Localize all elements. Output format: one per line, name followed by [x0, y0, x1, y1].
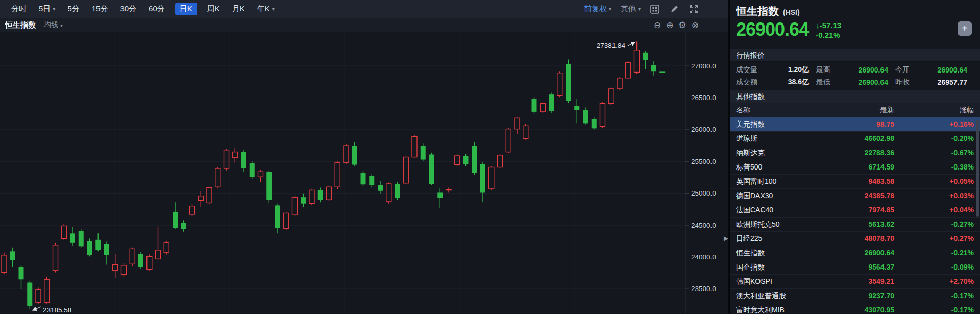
quote-value: 26900.64: [938, 66, 967, 74]
index-row-国企指数[interactable]: 国企指数9564.37-0.09%: [730, 260, 980, 275]
more-label: 其他: [621, 4, 636, 14]
fullscreen-icon[interactable]: [689, 4, 699, 14]
zoom-in-icon[interactable]: ⊕: [666, 21, 673, 30]
quote-cell: 成交额38.6亿: [730, 78, 809, 87]
index-name: 富时意大利MIB: [730, 303, 826, 314]
index-last: 9483.58: [826, 175, 902, 188]
index-row-法国CAC40[interactable]: 法国CAC407974.85+0.04%: [730, 203, 980, 218]
change-percent: -0.21%: [816, 30, 841, 40]
index-name: 美元指数: [730, 117, 826, 131]
index-row-美元指数[interactable]: 美元指数98.75+0.16%: [730, 117, 980, 132]
quote-label: 今开: [895, 65, 910, 75]
index-change: -0.20%: [902, 132, 980, 146]
quote-label: 最低: [816, 78, 830, 87]
quote-cell: 最低26900.64: [809, 78, 888, 87]
period-tab-年K[interactable]: 年K▾: [257, 4, 275, 14]
scrollbar-thumb[interactable]: [976, 120, 979, 217]
index-row-富时意大利MIB[interactable]: 富时意大利MIB43070.95-0.17%: [730, 303, 980, 314]
index-last: 26900.64: [826, 246, 902, 260]
period-tabs: 分时5日▾5分15分30分60分日K周K月K年K▾: [5, 3, 281, 15]
col-last: 最新: [826, 103, 902, 117]
quote-value: 26900.64: [859, 66, 888, 74]
index-row-韩国KOSPI[interactable]: 韩国KOSPI3549.21+2.70%: [730, 275, 980, 289]
index-name: 韩国KOSPI: [730, 275, 826, 288]
period-tab-60分[interactable]: 60分: [149, 4, 165, 14]
quote-value: 38.6亿: [788, 78, 809, 87]
index-name: 道琼斯: [730, 132, 826, 146]
ma-dropdown[interactable]: 均线▾: [44, 20, 63, 30]
quote-cell: 成交量1.20亿: [730, 65, 809, 75]
index-last: 98.75: [826, 117, 902, 131]
y-axis-label: 25500.0: [691, 158, 716, 165]
quote-row: 成交额38.6亿最低26900.64昨收26957.77: [730, 76, 980, 88]
index-name: 英国富时100: [730, 175, 826, 188]
quote-cell: 最高26900.64: [809, 65, 888, 75]
low-annotation: 23185.58: [43, 306, 71, 314]
index-name: 标普500: [730, 160, 826, 174]
add-watchlist-button[interactable]: +: [958, 21, 972, 36]
period-tab-日K[interactable]: 日K: [175, 3, 197, 15]
quote-row: 成交量1.20亿最高26900.64今开26900.64: [730, 64, 980, 76]
period-tab-5分[interactable]: 5分: [67, 4, 79, 14]
index-name: 恒生指数: [730, 246, 826, 260]
chart-subheader: 恒生指数 均线▾ ⊖ ⊕ ⚙ ⊗: [0, 18, 728, 32]
index-change: -0.17%: [902, 303, 980, 314]
index-row-澳大利亚普通股[interactable]: 澳大利亚普通股9237.70-0.17%: [730, 289, 980, 303]
period-tab-分时[interactable]: 分时: [11, 4, 27, 14]
period-tab-30分[interactable]: 30分: [120, 4, 136, 14]
change-block: ↓-57.13 -0.21%: [816, 20, 841, 40]
index-last: 6714.59: [826, 160, 902, 174]
index-last: 43070.95: [826, 303, 902, 314]
zoom-out-icon[interactable]: ⊖: [654, 21, 661, 30]
down-arrow-icon: ↓: [816, 21, 820, 30]
quote-cell: 今开26900.64: [888, 65, 975, 75]
trading-app: 分时5日▾5分15分30分60分日K周K月K年K▾ 前复权▾ 其他▾ 恒生指数 …: [0, 0, 980, 314]
chart-controls: ⊖ ⊕ ⚙ ⊗: [654, 21, 699, 30]
chevron-down-icon: ▾: [272, 6, 275, 12]
index-last: 5613.62: [826, 218, 902, 231]
index-code: (HSI): [783, 8, 800, 16]
index-row-纳斯达克[interactable]: 纳斯达克22788.36-0.67%: [730, 146, 980, 160]
quote-label: 最高: [816, 65, 830, 75]
index-name: 国企指数: [730, 260, 826, 274]
index-row-欧洲斯托克50[interactable]: 欧洲斯托克505613.62-0.27%: [730, 218, 980, 232]
period-toolbar: 分时5日▾5分15分30分60分日K周K月K年K▾ 前复权▾ 其他▾: [0, 0, 728, 18]
col-change: 涨幅: [902, 103, 980, 117]
index-last: 46602.98: [826, 132, 902, 146]
index-name: 德国DAX30: [730, 189, 826, 203]
section-indices-title: 其他指数: [730, 90, 980, 103]
y-axis-label: 24500.0: [691, 222, 716, 229]
index-change: -0.21%: [902, 246, 980, 260]
index-row-英国富时100[interactable]: 英国富时1009483.58+0.05%: [730, 175, 980, 189]
y-axis-label: 26500.0: [691, 94, 716, 102]
index-row-恒生指数[interactable]: 恒生指数26900.64-0.21%: [730, 246, 980, 260]
index-name: 纳斯达克: [730, 146, 826, 160]
more-dropdown[interactable]: 其他▾: [621, 4, 641, 14]
settings-gear-icon[interactable]: ⚙: [679, 21, 687, 30]
grid-icon[interactable]: [650, 4, 660, 14]
period-tab-月K[interactable]: 月K: [232, 4, 245, 14]
period-tab-周K[interactable]: 周K: [207, 4, 220, 14]
draw-icon[interactable]: [669, 4, 679, 14]
index-row-标普500[interactable]: 标普5006714.59-0.38%: [730, 160, 980, 175]
period-tab-15分[interactable]: 15分: [92, 4, 108, 14]
candlestick-chart[interactable]: 27000.026500.026000.025500.025000.024500…: [0, 32, 728, 314]
index-change: -0.27%: [902, 218, 980, 231]
index-row-日经225[interactable]: 日经22548078.70+0.27%: [730, 232, 980, 246]
adjust-mode-dropdown[interactable]: 前复权▾: [584, 4, 611, 14]
index-row-德国DAX30[interactable]: 德国DAX3024385.78+0.03%: [730, 189, 980, 203]
chevron-down-icon: ▾: [53, 6, 55, 12]
index-name: 澳大利亚普通股: [730, 289, 826, 303]
ma-label: 均线: [44, 20, 58, 30]
y-axis-label: 24000.0: [691, 253, 716, 261]
index-last: 3549.21: [826, 275, 902, 288]
index-row-道琼斯[interactable]: 道琼斯46602.98-0.20%: [730, 132, 980, 146]
close-icon[interactable]: ⊗: [692, 21, 699, 30]
quote-value: 26957.77: [938, 78, 967, 86]
index-change: +0.03%: [902, 189, 980, 203]
quote-panel: 恒生指数 (HSI) 26900.64 ↓-57.13 -0.21% + 行情报…: [728, 0, 980, 314]
period-tab-5日[interactable]: 5日▾: [39, 4, 55, 14]
adjust-mode-label: 前复权: [584, 4, 607, 14]
quote-value: 26900.64: [859, 78, 888, 86]
collapse-panel-arrow[interactable]: ▶: [724, 235, 728, 242]
